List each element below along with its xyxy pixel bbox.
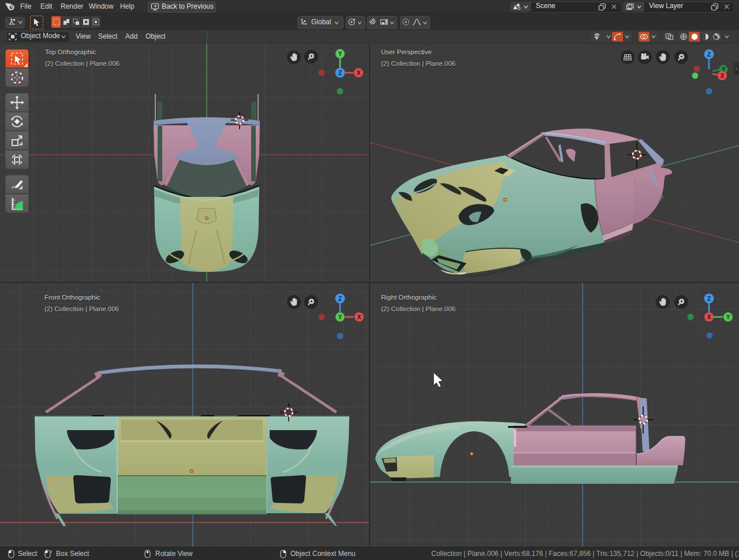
svg-text:Z: Z — [338, 296, 342, 302]
svg-text:X: X — [707, 314, 711, 320]
svg-text:X: X — [721, 73, 725, 79]
svg-text:Z: Z — [338, 70, 342, 76]
svg-text:Z: Z — [707, 296, 711, 302]
svg-text:Y: Y — [338, 51, 342, 57]
svg-text:Y: Y — [338, 314, 342, 320]
svg-text:Z: Z — [707, 51, 711, 58]
svg-text:X: X — [357, 70, 361, 76]
svg-text:X: X — [357, 314, 361, 320]
svg-text:Y: Y — [726, 314, 730, 320]
